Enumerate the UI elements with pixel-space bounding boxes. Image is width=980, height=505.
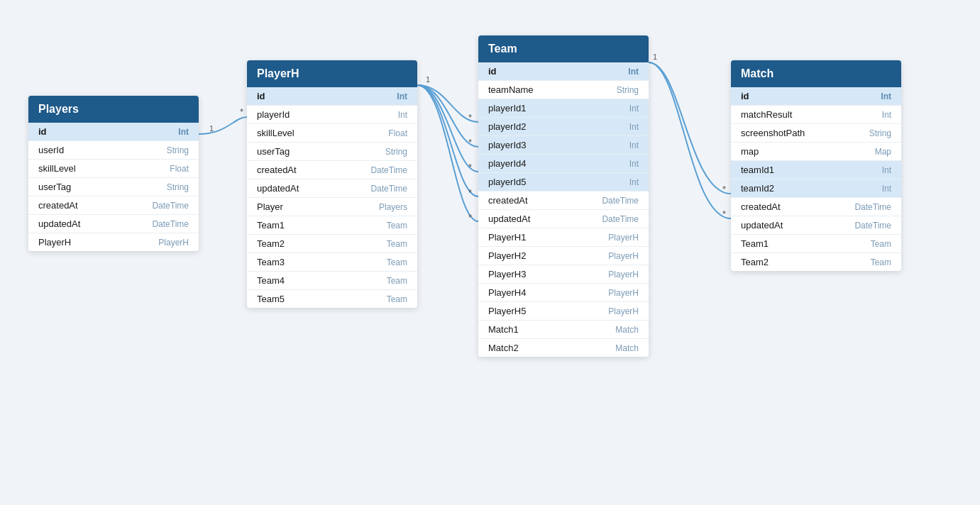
match-col-teamid2: teamId2 Int xyxy=(731,179,901,198)
playerh-table: PlayerH id Int playerId Int skillLevel F… xyxy=(247,60,417,308)
team-title: Team xyxy=(488,43,517,55)
svg-text:*: * xyxy=(722,209,726,219)
players-table-header: Players xyxy=(28,96,199,123)
players-col-updatedat: updatedAt DateTime xyxy=(28,215,199,233)
playerh-title: PlayerH xyxy=(257,67,299,79)
match-col-id: id Int xyxy=(731,87,901,106)
players-col-playerh: PlayerH PlayerH xyxy=(28,233,199,251)
players-title: Players xyxy=(38,103,79,115)
svg-text:*: * xyxy=(468,112,472,123)
playerh-col-team5: Team5 Team xyxy=(247,290,417,308)
playerh-col-playerid: playerId Int xyxy=(247,106,417,124)
match-table: Match id Int matchResult Int screenshotP… xyxy=(731,60,901,271)
match-col-createdat: createdAt DateTime xyxy=(731,198,901,216)
team-col-match1: Match1 Match xyxy=(478,321,649,339)
team-col-playerid1: playerId1 Int xyxy=(478,99,649,118)
players-col-createdat: createdAt DateTime xyxy=(28,196,199,215)
team-col-id: id Int xyxy=(478,62,649,81)
match-col-teamid1: teamId1 Int xyxy=(731,161,901,179)
team-col-createdat: createdAt DateTime xyxy=(478,192,649,210)
svg-text:1: 1 xyxy=(209,124,214,133)
svg-text:*: * xyxy=(468,162,472,172)
team-col-playerh1: PlayerH1 PlayerH xyxy=(478,228,649,247)
match-col-updatedat: updatedAt DateTime xyxy=(731,216,901,235)
match-col-matchresult: matchResult Int xyxy=(731,106,901,124)
svg-text:*: * xyxy=(468,187,472,198)
players-col-userid: userId String xyxy=(28,141,199,160)
playerh-col-team1: Team1 Team xyxy=(247,216,417,235)
players-col-skilllevel: skillLevel Float xyxy=(28,160,199,178)
playerh-col-usertag: userTag String xyxy=(247,143,417,161)
svg-text:*: * xyxy=(722,184,726,194)
team-col-playerh4: PlayerH4 PlayerH xyxy=(478,284,649,302)
diagram-canvas: 1 * 1 * * * * * 1 * * Players id Int use… xyxy=(0,0,980,505)
match-col-team1: Team1 Team xyxy=(731,235,901,253)
playerh-col-id: id Int xyxy=(247,87,417,106)
match-col-map: map Map xyxy=(731,143,901,161)
svg-text:1: 1 xyxy=(653,52,657,61)
team-col-playerid4: playerId4 Int xyxy=(478,155,649,173)
svg-text:*: * xyxy=(240,106,243,117)
team-table-header: Team xyxy=(478,35,649,62)
svg-text:*: * xyxy=(468,212,472,223)
match-table-header: Match xyxy=(731,60,901,87)
playerh-col-team3: Team3 Team xyxy=(247,253,417,272)
playerh-col-player: Player Players xyxy=(247,198,417,216)
team-col-playerh2: PlayerH2 PlayerH xyxy=(478,247,649,265)
players-col-id: id Int xyxy=(28,123,199,141)
team-col-playerh5: PlayerH5 PlayerH xyxy=(478,302,649,321)
players-col-usertag: userTag String xyxy=(28,178,199,196)
svg-text:1: 1 xyxy=(426,75,430,84)
playerh-col-skilllevel: skillLevel Float xyxy=(247,124,417,143)
playerh-col-createdat: createdAt DateTime xyxy=(247,161,417,179)
team-table: Team id Int teamName String playerId1 In… xyxy=(478,35,649,357)
svg-text:*: * xyxy=(468,137,472,148)
team-col-updatedat: updatedAt DateTime xyxy=(478,210,649,228)
match-col-team2: Team2 Team xyxy=(731,253,901,271)
team-col-playerid2: playerId2 Int xyxy=(478,118,649,136)
team-col-playerh3: PlayerH3 PlayerH xyxy=(478,265,649,284)
team-col-playerid3: playerId3 Int xyxy=(478,136,649,155)
team-col-teamname: teamName String xyxy=(478,81,649,99)
playerh-col-team2: Team2 Team xyxy=(247,235,417,253)
team-col-playerid5: playerId5 Int xyxy=(478,173,649,192)
match-title: Match xyxy=(741,67,773,79)
playerh-table-header: PlayerH xyxy=(247,60,417,87)
players-table: Players id Int userId String skillLevel … xyxy=(28,96,199,251)
playerh-col-team4: Team4 Team xyxy=(247,272,417,290)
team-col-match2: Match2 Match xyxy=(478,339,649,357)
match-col-screenshotpath: screenshotPath String xyxy=(731,124,901,143)
playerh-col-updatedat: updatedAt DateTime xyxy=(247,179,417,198)
